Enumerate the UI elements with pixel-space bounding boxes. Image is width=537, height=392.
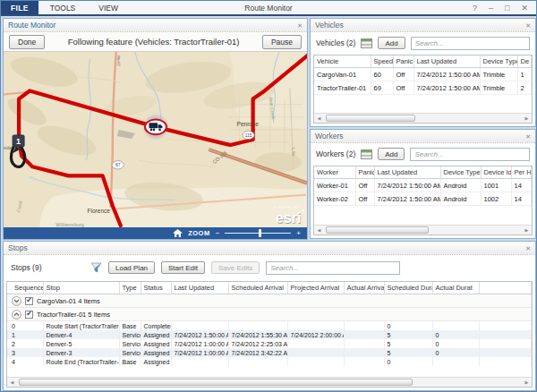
help-icon[interactable]: ? [473, 4, 477, 13]
worker-row[interactable]: Worker-01Off7/24/2012 1:50:00 AMAndroid1… [314, 179, 532, 192]
col-vehicle[interactable]: Vehicle [314, 55, 371, 68]
close-icon[interactable]: ✕ [521, 4, 528, 13]
stop-row[interactable]: 4Route End (TractorTrailer-01)BaseAssign… [7, 357, 532, 366]
minimize-icon[interactable]: – [489, 4, 493, 13]
zoom-in-button[interactable]: + [296, 229, 301, 237]
maximize-icon[interactable]: □ [505, 4, 509, 13]
col-scheduled-arrival[interactable]: Scheduled Arrival [228, 282, 287, 294]
col-status[interactable]: Status [141, 282, 171, 294]
col-sequence[interactable]: Sequence [7, 282, 43, 294]
col-device-type[interactable]: Device Type [480, 55, 517, 68]
scroll-left-icon[interactable]: ◀ [7, 378, 17, 387]
done-button[interactable]: Done [9, 35, 45, 49]
worker-row[interactable]: Worker-02Off7/24/2012 1:50:00 AMAndroid1… [314, 192, 532, 206]
stops-close-icon[interactable]: ✕ [525, 245, 531, 251]
menu-file[interactable]: FILE [1, 1, 38, 14]
menu-view[interactable]: VIEW [87, 1, 130, 14]
col-actual-duration[interactable]: Actual Durat [432, 282, 479, 294]
route-monitor-panel: Route Monitor ✕ Done Following feature (… [3, 18, 308, 240]
stops-toolbar: Stops (9) Load Plan Start Edit Save Edit… [4, 255, 535, 280]
scroll-left-icon[interactable]: ◀ [314, 114, 324, 123]
vehicles-close-icon[interactable]: ✕ [525, 22, 531, 29]
col-actual-arrival[interactable]: Actual Arrival [344, 282, 384, 294]
col-last-updated[interactable]: Last Updated [413, 55, 480, 68]
label-florence: Florence [88, 208, 111, 214]
col-last-updated[interactable]: Last Updated [374, 166, 440, 179]
vehicle-row[interactable]: TractorTrailer-0169Off7/24/2012 1:50:00 … [314, 81, 532, 95]
stop-row[interactable]: 3Denver-3ServiceAssigned7/24/2012 1:00:0… [7, 348, 532, 357]
col-last-updated[interactable]: Last Updated [171, 282, 228, 294]
zoom-out-button[interactable]: − [216, 229, 220, 237]
workers-hscrollbar[interactable]: ◀ ▶ [314, 225, 532, 234]
group-row-tractortrailer[interactable]: ✔ TractorTrailer-01 5 Items [7, 308, 532, 321]
route-monitor-header: Route Monitor ✕ [4, 19, 307, 32]
stop-row[interactable]: 0Route Start (TractorTrailer-01)BaseComp… [7, 321, 532, 331]
label-williamsburg: Williamsburg [55, 222, 84, 227]
col-device-type[interactable]: Device Type [440, 166, 481, 179]
route-monitor-close-icon[interactable]: ✕ [297, 22, 303, 29]
chevron-up-icon[interactable] [12, 310, 21, 320]
stop-row[interactable]: 1Denver-4ServiceAssigned7/24/2012 1:50:0… [7, 330, 532, 339]
col-per-hour[interactable]: Per H [511, 166, 532, 179]
col-panic[interactable]: Panic [355, 166, 374, 179]
group-checkbox[interactable]: ✔ [25, 311, 33, 319]
stop-row[interactable]: 2Denver-5ServiceAssigned7/24/2012 1:00:0… [7, 339, 532, 348]
col-stop[interactable]: Stop [43, 282, 119, 294]
load-plan-button[interactable]: Load Plan [108, 261, 155, 274]
zoom-slider-handle[interactable] [259, 229, 261, 237]
zoom-slider[interactable] [225, 233, 291, 234]
map-zoombar: ZOOM − + [4, 227, 307, 239]
map-canvas[interactable]: 67 115 Penrose Florence Williamsburg sid… [4, 52, 307, 227]
stops-title: Stops [8, 243, 28, 252]
stops-header-row: Sequence Stop Type Status Last Updated S… [7, 282, 532, 294]
stops-count: Stops (9) [11, 263, 84, 272]
vehicles-title: Vehicles [315, 21, 344, 30]
route-monitor-title: Route Monitor [8, 21, 55, 30]
label-ph67: Ph-67 [116, 55, 121, 67]
vehicles-grid: Vehicle Speed Panic Last Updated Device … [313, 55, 533, 124]
pause-button[interactable]: Pause [262, 35, 302, 49]
group-row-cargovan[interactable]: ✔ CargoVan-01 4 Items [7, 294, 532, 308]
stops-header: Stops ✕ [4, 242, 535, 255]
col-device-id[interactable]: Device Id [481, 166, 511, 179]
workers-count: Workers (2) [316, 149, 355, 158]
col-device-id[interactable]: De [517, 55, 532, 68]
col-type[interactable]: Type [119, 282, 141, 294]
scroll-right-icon[interactable]: ▶ [522, 114, 532, 123]
workers-grid: Worker Panic Last Updated Device Type De… [313, 166, 533, 235]
scroll-right-icon[interactable]: ▶ [522, 226, 532, 234]
chevron-down-icon[interactable] [12, 296, 21, 306]
col-panic[interactable]: Panic [393, 55, 413, 68]
vehicles-search-input[interactable] [411, 37, 530, 50]
workers-close-icon[interactable]: ✕ [525, 133, 531, 140]
vehicles-hscrollbar[interactable]: ◀ ▶ [314, 113, 532, 123]
col-worker[interactable]: Worker [314, 166, 355, 179]
workers-layer-icon[interactable] [361, 149, 372, 159]
vehicles-toolbar: Vehicles (2) Add [311, 32, 535, 54]
svg-text:67: 67 [115, 162, 121, 167]
start-edit-button[interactable]: Start Edit [161, 261, 205, 274]
workers-panel: Workers ✕ Workers (2) Add Worker Panic L… [310, 129, 536, 239]
vehicles-header: Vehicles ✕ [311, 19, 535, 32]
menu-tools[interactable]: TOOLS [38, 1, 88, 14]
workers-add-button[interactable]: Add [378, 148, 405, 160]
col-scheduled-duration[interactable]: Scheduled Duration [384, 282, 432, 294]
app-window: FILE TOOLS VIEW Route Monitor ? – □ ✕ Ro… [0, 0, 537, 392]
col-speed[interactable]: Speed [371, 55, 393, 68]
scroll-right-icon[interactable]: ▶ [522, 378, 532, 387]
group-label: TractorTrailer-01 5 Items [37, 311, 110, 319]
label-l-st: L St [291, 148, 296, 157]
vehicle-marker-tractortrailer[interactable] [142, 114, 169, 141]
vehicle-row[interactable]: CargoVan-0160Off7/24/2012 1:50:00 AMTrim… [314, 68, 532, 81]
col-projected-arrival[interactable]: Projected Arrival [287, 282, 344, 294]
stops-hscrollbar[interactable]: ◀ ▶ [7, 377, 532, 387]
scroll-left-icon[interactable]: ◀ [314, 226, 324, 234]
filter-icon[interactable] [90, 262, 102, 274]
vehicles-layer-icon[interactable] [361, 38, 372, 48]
home-icon[interactable] [173, 229, 183, 237]
vehicles-add-button[interactable]: Add [378, 37, 405, 49]
stops-grid: Sequence Stop Type Status Last Updated S… [6, 281, 533, 388]
group-checkbox[interactable]: ✔ [25, 297, 33, 305]
workers-search-input[interactable] [410, 148, 530, 161]
stops-search-input[interactable] [266, 261, 400, 275]
